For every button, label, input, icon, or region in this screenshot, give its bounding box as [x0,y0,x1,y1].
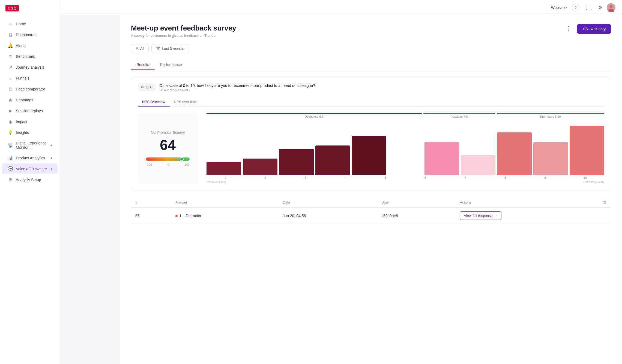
avatar[interactable] [607,3,615,12]
tab-results[interactable]: Results [131,60,155,70]
more-button[interactable]: ⋮ [563,24,574,34]
bar [207,162,241,175]
sidebar-item-digital-experience[interactable]: 📡 Digital Experience Monitor... ♦ [2,138,58,152]
nps-number: 64 [160,137,176,153]
sidebar-item-journey-analysis[interactable]: ↗ Journey analysis [2,62,58,72]
chart-x-label: 2 [246,176,285,179]
chart-group-labels: Detractors 0-6Passives 7-8Promoters 9-10 [207,113,604,120]
chart-x-label: 9 [526,176,564,179]
sidebar-item-benchmark[interactable]: ≡ Benchmark [2,51,58,62]
settings-icon[interactable]: ⚙ [598,5,602,11]
user-avatar-image [607,3,615,12]
bar-col [315,145,350,175]
table-cell-date: Jun 20, 04:58 [278,208,377,224]
chart-group-promoters: Promoters 9-10 [497,113,604,120]
sidebar-item-home[interactable]: ⌂ Home [2,19,58,29]
sidebar-label-session-replays: Session replays [16,109,43,113]
chart-extreme-left: Not at all likely [207,180,226,184]
sub-tab-nps-overview[interactable]: NPS Overview [138,98,170,107]
chart-x-label: 6 [406,176,444,179]
sidebar-label-funnels: Funnels [16,76,29,80]
sidebar-item-voice-of-customer[interactable]: 💬 Voice of Customer ♦ [2,163,58,174]
sidebar-icon-voice-of-customer: 💬 [8,166,13,171]
main-tabs: ResultsPerformance [131,60,611,70]
sidebar-item-product-analytics[interactable]: 📊 Product Analytics ♦ [2,153,58,163]
sidebar-item-page-comparator[interactable]: ⊡ Page comparator [2,84,58,94]
sidebar-label-voice-of-customer: Voice of Customer [16,167,47,171]
sidebar-icon-dashboards: ▦ [8,32,13,37]
sidebar-icon-funnels: ⌵ [8,75,13,81]
answer-dot [175,215,178,217]
sidebar-icon-journey-analysis: ↗ [8,65,13,70]
chart-x-label: 5 [366,176,405,179]
chart-bars-row [207,120,604,175]
filter-all-button[interactable]: ⊞ All [131,44,149,53]
nps-max: 100 [185,163,190,166]
bar [570,126,604,175]
sidebar-item-funnels[interactable]: ⌵ Funnels [2,73,58,83]
website-selector[interactable]: Website ▾ [551,5,567,10]
chart-group-line-detractors [207,113,422,114]
table-cell-user: c60c0be8 [377,208,455,224]
nps-gauge-dot [180,157,184,161]
chart-group-line-promoters [497,113,604,114]
chart-x-label: 7 [446,176,484,179]
sidebar-label-page-comparator: Page comparator [16,87,45,91]
sidebar-label-journey-analysis: Journey analysis [16,65,44,69]
crown-icon-voice-of-customer: ♦ [50,167,52,171]
sidebar-item-dashboards[interactable]: ▦ Dashboards [2,29,58,40]
svg-point-1 [609,5,613,8]
sidebar-item-analysis-setup[interactable]: ⚙ Analysis Setup [2,174,58,185]
sidebar-item-impact[interactable]: ◈ Impact [2,116,58,127]
sidebar-item-alerts[interactable]: 🔔 Alerts [2,40,58,51]
filter-all-icon: ⊞ [136,47,139,51]
chart-extremes: Not at all likelyExtremely likely [207,180,604,184]
question-badge-icon: ☺ [140,85,144,89]
question-badge-label: Q.10 [146,85,153,89]
filter-date-button[interactable]: 📅 Last 3 months [151,44,189,53]
grid-icon[interactable]: ⋮⋮ [584,5,594,11]
chart-x-labels: 12345678910 [207,176,604,179]
bar [315,145,350,175]
results-table-container: #AnswerDateUserActions🗑 56 1 – Detractor… [131,197,611,224]
view-full-response-button[interactable]: View full response → [460,211,501,220]
sidebar-label-alerts: Alerts [16,44,26,48]
sub-tab-nps-over-time[interactable]: NPS over time [170,98,201,107]
sidebar-label-dashboards: Dashboards [16,33,37,37]
logo-text: CSQ [5,5,19,11]
bar-col [279,149,314,175]
question-meta: 56 out of 56 answers [159,88,315,92]
logo[interactable]: CSQ [0,0,60,16]
sidebar-item-insights[interactable]: 💡 Insights [2,127,58,138]
bar-col [207,162,241,175]
chart-x-label: 3 [286,176,325,179]
nps-gauge [146,157,190,161]
table-delete-icon[interactable]: 🗑 [602,200,607,205]
bar-col [243,159,277,175]
sidebar-item-session-replays[interactable]: ▶ Session replays [2,105,58,116]
sidebar-icon-home: ⌂ [8,22,13,26]
table-cell-actions: View full response → [455,208,611,224]
sidebar-label-digital-experience: Digital Experience Monitor... [16,141,48,150]
chart-group-name-promoters: Promoters 9-10 [540,115,561,118]
main-content: Meet-up event feedback survey A survey f… [120,15,622,364]
tab-performance[interactable]: Performance [155,60,187,70]
website-label: Website [551,5,565,10]
bar-col [533,142,568,175]
bar-col [570,126,604,175]
nps-score-box: Net Promoter Score® 64 -100 0 100 [138,113,198,184]
bar [461,155,495,175]
chart-group-line-passives [423,113,495,114]
sidebar-icon-benchmark: ≡ [8,54,13,59]
bar-col [424,142,459,175]
new-survey-button[interactable]: + New survey [577,24,611,34]
bar [352,136,386,175]
nps-label: Net Promoter Score® [151,131,185,135]
filter-bar: ⊞ All 📅 Last 3 months [131,44,611,53]
sidebar-item-heatmaps[interactable]: ◉ Heatmaps [2,95,58,105]
chart-group-detractors: Detractors 0-6 [207,113,422,120]
sidebar-icon-analysis-setup: ⚙ [8,177,13,182]
header-actions: ⋮ + New survey [563,24,611,34]
question-card: ☺ Q.10 On a scale of 0 to 10, how likely… [131,77,611,190]
help-icon[interactable]: ? [572,4,579,11]
